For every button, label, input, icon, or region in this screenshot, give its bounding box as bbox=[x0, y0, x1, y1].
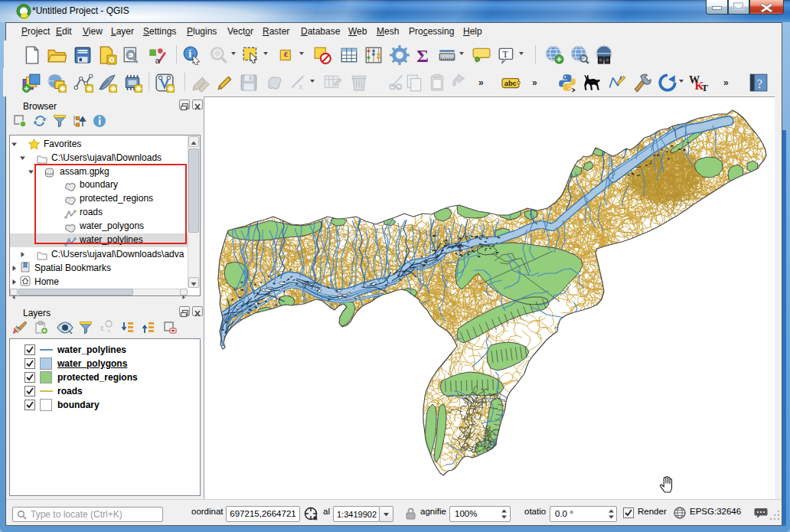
svg-text:ε: ε bbox=[100, 321, 105, 333]
svg-text:x: x bbox=[299, 82, 303, 91]
svg-text:?: ? bbox=[757, 77, 762, 91]
svg-text:T: T bbox=[701, 82, 708, 93]
svg-text:a: a bbox=[155, 56, 161, 65]
svg-text:abc: abc bbox=[504, 80, 517, 87]
svg-text:ε: ε bbox=[284, 47, 289, 59]
svg-text:T: T bbox=[503, 49, 509, 60]
svg-text:Σ: Σ bbox=[416, 46, 429, 65]
svg-text:i: i bbox=[188, 47, 191, 60]
